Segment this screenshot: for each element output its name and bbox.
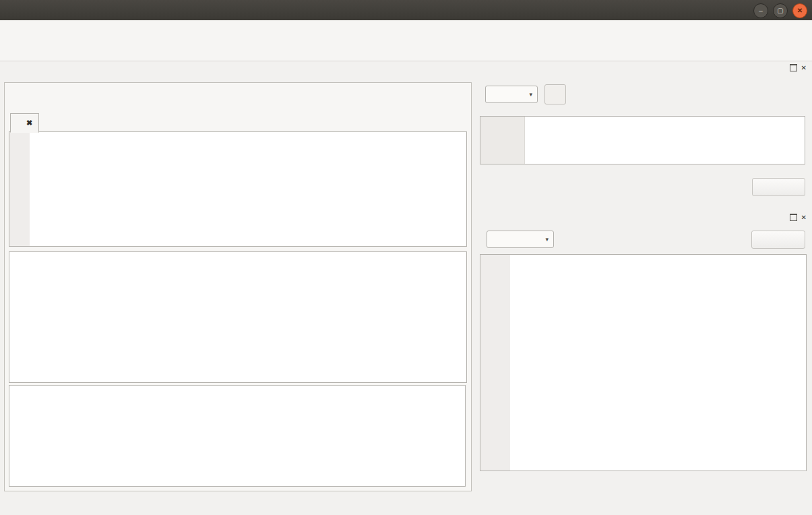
chevron-down-icon: ▾: [529, 91, 532, 98]
apply-button: [752, 178, 805, 196]
cell-editor-area[interactable]: [525, 117, 805, 164]
close-button[interactable]: ✕: [792, 3, 807, 18]
log-filter-select[interactable]: ▾: [487, 231, 554, 248]
cell-editor[interactable]: [480, 116, 805, 164]
sql-editor[interactable]: [9, 131, 467, 247]
menubar: [0, 20, 812, 36]
mode-select[interactable]: ▾: [485, 86, 538, 103]
maximize-button[interactable]: ▢: [773, 3, 788, 18]
sql-log-dock-buttons: ✕: [790, 214, 807, 221]
clear-log-button[interactable]: [751, 231, 805, 249]
window-controls: –▢✕: [753, 3, 807, 18]
app-window: –▢✕ ✖ ✕ ▾: [0, 0, 812, 515]
tab-sql-1[interactable]: ✖: [10, 113, 39, 133]
sql-tab-bar: ✖: [10, 113, 39, 133]
cell-value: [480, 117, 525, 164]
chevron-down-icon: ▾: [545, 236, 549, 243]
results-grid: [9, 251, 467, 383]
float-panel-icon[interactable]: [790, 64, 797, 71]
titlebar: –▢✕: [0, 0, 812, 20]
minimize-button[interactable]: –: [753, 3, 768, 18]
edit-cell-toolbar: ▾: [480, 84, 805, 104]
execution-message: [9, 385, 466, 487]
close-tab-icon[interactable]: ✖: [26, 119, 32, 127]
close-panel-icon[interactable]: ✕: [801, 214, 807, 221]
execute-sql-panel: ✖: [4, 82, 472, 491]
float-panel-icon[interactable]: [790, 214, 797, 221]
sql-log-filter-row: ▾: [480, 230, 805, 249]
main-toolbar: [0, 36, 812, 61]
close-panel-icon[interactable]: ✕: [801, 65, 807, 71]
edit-cell-dock-buttons: ✕: [790, 64, 807, 71]
sql-log-view[interactable]: [480, 254, 807, 471]
auto-switch-mode-button[interactable]: [544, 84, 566, 104]
